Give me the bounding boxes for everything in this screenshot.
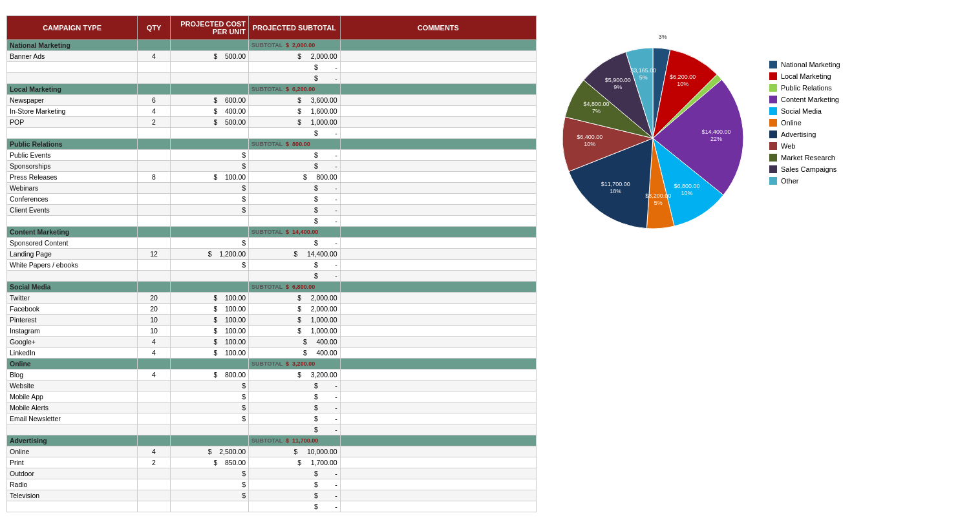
item-subtotal: $ -: [249, 183, 341, 194]
pie-label: $6,200.00: [670, 74, 696, 80]
item-name: Landing Page: [7, 249, 138, 260]
table-row: Press Releases 8 $ 100.00 $ 800.00: [7, 172, 537, 183]
legend-color-swatch: [769, 177, 777, 185]
item-comments: [340, 172, 536, 183]
main-layout: CAMPAIGN TYPE QTY PROJECTED COST PER UNI…: [6, 16, 974, 512]
item-name: POP: [7, 117, 138, 128]
item-subtotal: $ -: [249, 216, 341, 227]
item-name: White Papers / ebooks: [7, 260, 138, 271]
pie-label: 18%: [610, 188, 621, 194]
item-cost: $ 850.00: [170, 457, 248, 468]
legend-color-swatch: [769, 165, 777, 173]
category-name: National Marketing: [7, 40, 138, 51]
item-comments: [340, 238, 536, 249]
item-cost: $: [170, 205, 248, 216]
table-row: Pinterest 10 $ 100.00 $ 1,000.00: [7, 315, 537, 326]
category-name: Public Relations: [7, 139, 138, 150]
item-qty: [138, 161, 171, 172]
item-cost: $: [170, 413, 248, 424]
item-name: Pinterest: [7, 315, 138, 326]
table-row: Sponsorships $ $ -: [7, 161, 537, 172]
item-qty: 20: [138, 293, 171, 304]
table-row: Website $ $ -: [7, 381, 537, 392]
item-subtotal: $ -: [249, 238, 341, 249]
item-comments: [340, 304, 536, 315]
item-name: LinkedIn: [7, 348, 138, 359]
chart-section: $2,000.003%$6,200.0010%$14,400.0022%$6,8…: [549, 16, 974, 242]
item-name: Press Releases: [7, 172, 138, 183]
legend-color-swatch: [769, 119, 777, 127]
item-cost: $ 100.00: [170, 337, 248, 348]
item-cost: $ 400.00: [170, 106, 248, 117]
item-cost: $ 100.00: [170, 326, 248, 337]
legend-color-swatch: [769, 84, 777, 92]
col-header-subtotal: PROJECTED SUBTOTAL: [249, 16, 341, 40]
item-comments: [340, 150, 536, 161]
category-row: National MarketingSUBTOTAL $ 2,000.00: [7, 40, 537, 51]
legend-item: Market Research: [769, 154, 840, 162]
item-subtotal: $ 14,400.00: [249, 249, 341, 260]
pie-label: 5%: [654, 200, 663, 206]
item-cost: $ 500.00: [170, 117, 248, 128]
item-comments: [340, 501, 536, 512]
item-name: Sponsorships: [7, 161, 138, 172]
item-cost: [170, 501, 248, 512]
col-header-cost: PROJECTED COST PER UNIT: [170, 16, 248, 40]
table-row: Public Events $ $ -: [7, 150, 537, 161]
table-row: $ -: [7, 271, 537, 282]
pie-label: $3,165.00: [630, 67, 656, 74]
item-comments: [340, 402, 536, 413]
item-subtotal: $ 400.00: [249, 348, 341, 359]
item-cost: $ 100.00: [170, 315, 248, 326]
table-row: Instagram 10 $ 100.00 $ 1,000.00: [7, 326, 537, 337]
table-row: $ -: [7, 62, 537, 73]
legend-item: Local Marketing: [769, 72, 840, 80]
item-subtotal: $ -: [249, 424, 341, 435]
table-row: $ -: [7, 216, 537, 227]
item-subtotal: $ 1,700.00: [249, 457, 341, 468]
legend-label: Sales Campaigns: [781, 165, 836, 173]
table-row: $ -: [7, 128, 537, 139]
item-subtotal: $ -: [249, 413, 341, 424]
item-name: [7, 501, 138, 512]
pie-label: $11,700.00: [601, 181, 630, 187]
legend-label: Content Marketing: [781, 96, 839, 103]
item-qty: [138, 194, 171, 205]
item-comments: [340, 128, 536, 139]
table-row: Sponsored Content $ $ -: [7, 238, 537, 249]
item-cost: $: [170, 479, 248, 490]
item-comments: [340, 468, 536, 479]
table-row: Print 2 $ 850.00 $ 1,700.00: [7, 457, 537, 468]
item-subtotal: $ -: [249, 161, 341, 172]
legend-color-swatch: [769, 142, 777, 150]
legend-color-swatch: [769, 154, 777, 162]
item-subtotal: $ 400.00: [249, 337, 341, 348]
item-cost: $ 100.00: [170, 293, 248, 304]
item-comments: [340, 392, 536, 402]
item-cost: $ 100.00: [170, 304, 248, 315]
item-qty: [138, 501, 171, 512]
table-row: Banner Ads 4 $ 500.00 $ 2,000.00: [7, 51, 537, 62]
pie-chart: $2,000.003%$6,200.0010%$14,400.0022%$6,8…: [549, 35, 756, 242]
legend-label: Public Relations: [781, 84, 832, 92]
item-name: [7, 62, 138, 73]
legend-color-swatch: [769, 61, 777, 68]
item-name: Google+: [7, 337, 138, 348]
pie-label: 9%: [613, 84, 622, 90]
item-qty: [138, 271, 171, 282]
category-row: Social MediaSUBTOTAL $ 6,800.00: [7, 282, 537, 293]
item-comments: [340, 106, 536, 117]
item-comments: [340, 73, 536, 84]
item-qty: [138, 392, 171, 402]
item-name: In-Store Marketing: [7, 106, 138, 117]
item-qty: [138, 150, 171, 161]
item-cost: $: [170, 238, 248, 249]
legend-label: Market Research: [781, 154, 835, 162]
item-comments: [340, 51, 536, 62]
legend-label: Web: [781, 142, 795, 150]
item-name: Blog: [7, 370, 138, 381]
item-name: Mobile Alerts: [7, 402, 138, 413]
item-comments: [340, 205, 536, 216]
item-cost: $ 2,500.00: [170, 446, 248, 457]
item-comments: [340, 348, 536, 359]
